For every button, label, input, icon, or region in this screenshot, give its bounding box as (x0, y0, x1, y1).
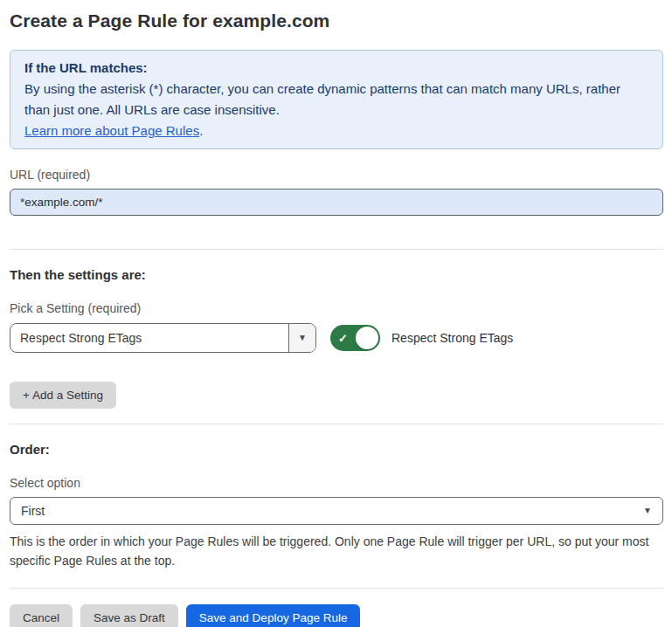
divider (10, 249, 663, 250)
order-section-heading: Order: (10, 442, 663, 458)
order-select[interactable]: First ▼ (10, 497, 663, 525)
cancel-button[interactable]: Cancel (10, 604, 73, 627)
setting-row: Respect Strong ETags ▼ ✓ Respect Strong … (10, 323, 663, 353)
chevron-down-icon: ▼ (643, 506, 652, 515)
page-rule-form: Create a Page Rule for example.com If th… (0, 0, 672, 627)
setting-picker-label: Pick a Setting (required) (10, 301, 663, 316)
setting-select-caret-button[interactable]: ▼ (288, 324, 315, 352)
link-period: . (199, 123, 203, 138)
save-draft-button[interactable]: Save as Draft (80, 604, 178, 627)
check-icon: ✓ (338, 333, 348, 344)
etags-toggle[interactable]: ✓ (330, 325, 380, 351)
page-title: Create a Page Rule for example.com (10, 10, 663, 31)
form-actions: Cancel Save as Draft Save and Deploy Pag… (10, 604, 663, 627)
add-setting-button[interactable]: + Add a Setting (10, 382, 116, 409)
info-box-body: By using the asterisk (*) character, you… (24, 79, 648, 121)
chevron-down-icon: ▼ (298, 334, 307, 342)
learn-more-link[interactable]: Learn more about Page Rules (24, 123, 199, 138)
order-select-label: Select option (10, 476, 663, 491)
settings-section-heading: Then the settings are: (10, 267, 663, 283)
order-help-text: This is the order in which your Page Rul… (10, 532, 663, 570)
setting-select[interactable]: Respect Strong ETags ▼ (10, 323, 316, 353)
toggle-knob (356, 327, 378, 349)
url-match-info-box: If the URL matches: By using the asteris… (10, 50, 663, 149)
divider (10, 588, 663, 589)
info-box-link-line: Learn more about Page Rules. (24, 121, 648, 141)
toggle-label: Respect Strong ETags (391, 331, 513, 345)
order-select-value: First (21, 504, 643, 518)
setting-select-value: Respect Strong ETags (10, 324, 288, 352)
info-box-heading: If the URL matches: (24, 58, 648, 79)
url-field-label: URL (required) (10, 168, 663, 183)
url-input[interactable] (10, 189, 663, 216)
divider (10, 424, 663, 424)
save-deploy-button[interactable]: Save and Deploy Page Rule (186, 604, 361, 627)
